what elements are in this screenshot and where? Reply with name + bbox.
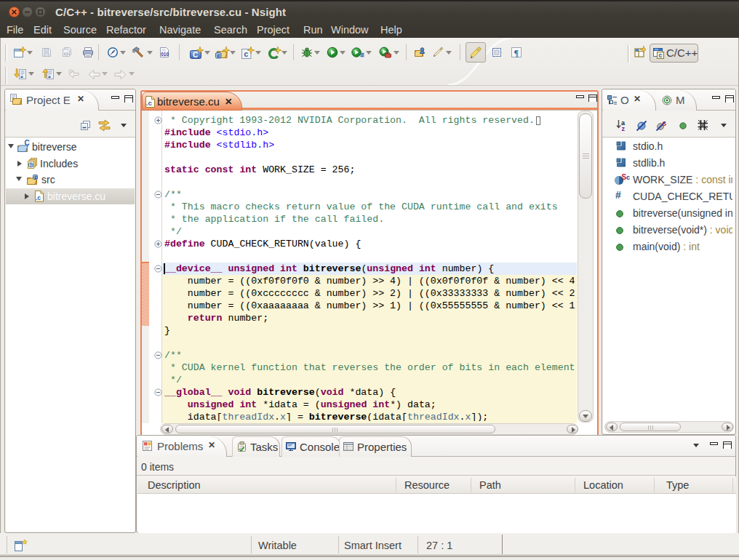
svg-text:C: C (25, 140, 30, 147)
svg-text:¶: ¶ (514, 48, 519, 58)
svg-text:.c: .c (146, 99, 152, 107)
svg-text:h: h (30, 161, 33, 167)
svg-text:c: c (659, 52, 663, 59)
svg-text:010: 010 (161, 52, 169, 57)
svg-text:.c: .c (36, 194, 41, 201)
svg-text:c: c (626, 174, 630, 181)
svg-text:c: c (217, 52, 220, 59)
svg-text:c: c (34, 175, 37, 180)
svg-text:c: c (244, 50, 249, 58)
svg-text:z: z (622, 125, 626, 132)
svg-text:C: C (193, 51, 198, 59)
